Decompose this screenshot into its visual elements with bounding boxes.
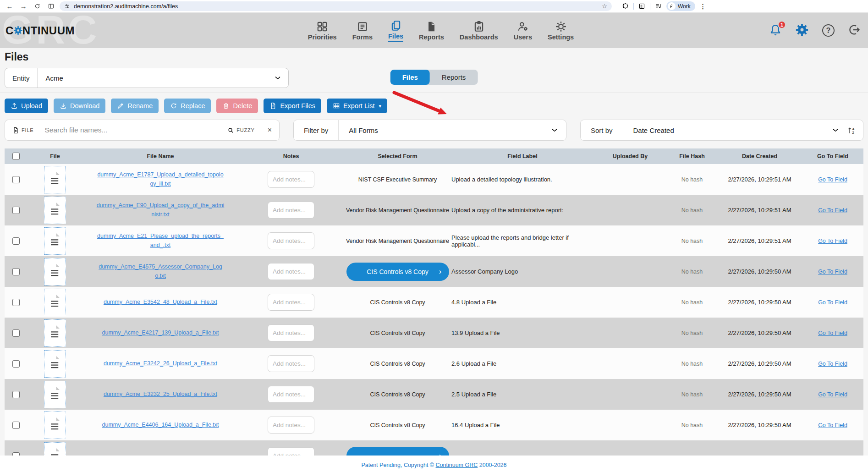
download-button[interactable]: Download <box>54 99 106 113</box>
go-to-field-link[interactable]: Go To Field <box>818 330 847 336</box>
row-checkbox[interactable] <box>12 268 20 275</box>
sort-by-select[interactable]: Sort by Date Created A Z <box>580 120 863 141</box>
notes-input[interactable] <box>268 232 314 249</box>
nav-item-dashboards[interactable]: Dashboards <box>460 21 498 42</box>
back-button[interactable]: ← <box>5 1 15 11</box>
row-checkbox[interactable] <box>12 299 20 306</box>
file-thumbnail[interactable] <box>44 442 66 456</box>
column-header-file: File <box>27 148 82 164</box>
file-thumbnail[interactable] <box>44 166 66 193</box>
file-thumbnail[interactable] <box>44 350 66 378</box>
go-to-field-link[interactable]: Go To Field <box>818 207 847 214</box>
notes-input[interactable] <box>268 202 314 219</box>
extensions-icon[interactable] <box>622 3 629 10</box>
toggle-reports-button[interactable]: Reports <box>430 70 478 85</box>
side-panel-icon[interactable] <box>46 1 56 11</box>
reload-button[interactable] <box>32 1 42 11</box>
brand-logo[interactable]: C NTINUUM <box>5 24 75 37</box>
file-name-link[interactable]: dummy_Acme_E4406_164_Upload_a_File.txt <box>88 421 232 429</box>
row-checkbox[interactable] <box>12 422 20 429</box>
nav-item-forms[interactable]: Forms <box>352 21 373 42</box>
file-thumbnail[interactable] <box>44 227 66 255</box>
selected-form-text: Vendor Risk Management Questionnaire <box>346 207 449 214</box>
tab-list-icon[interactable] <box>655 3 662 10</box>
row-checkbox[interactable] <box>12 329 20 337</box>
nav-item-settings[interactable]: Settings <box>548 21 574 42</box>
continuum-grc-link[interactable]: Continuum GRC <box>436 462 478 468</box>
toggle-files-button[interactable]: Files <box>390 70 430 85</box>
selected-form-button[interactable]: › <box>346 447 449 456</box>
file-name-link[interactable]: dummy_Acme_E3242_26_Upload_a_File.txt <box>90 359 231 368</box>
admin-settings-button[interactable] <box>795 23 809 38</box>
address-bar[interactable]: demonstration2.auditmachine.com/a/files … <box>60 1 612 11</box>
help-button[interactable]: ? <box>822 24 835 37</box>
notes-input[interactable] <box>268 263 314 280</box>
notes-input[interactable] <box>268 386 314 403</box>
column-header-uploaded-by: Uploaded By <box>593 148 667 164</box>
browser-menu-icon[interactable]: ⋮ <box>700 3 706 10</box>
file-thumbnail[interactable] <box>44 258 66 285</box>
entity-select[interactable]: Entity Acme <box>5 68 289 88</box>
document-icon <box>47 169 63 191</box>
go-to-field-link[interactable]: Go To Field <box>818 176 847 183</box>
file-thumbnail[interactable] <box>44 381 66 408</box>
file-name-link[interactable]: dummy_Acme_E3232_25_Upload_a_File.txt <box>90 390 231 399</box>
notes-input[interactable] <box>268 355 314 372</box>
go-to-field-link[interactable]: Go To Field <box>818 391 847 398</box>
nav-item-priorities[interactable]: Priorities <box>308 21 337 42</box>
nav-item-reports[interactable]: Reports <box>419 21 444 42</box>
thumbnail-cell <box>27 164 82 195</box>
logout-button[interactable] <box>848 23 861 38</box>
file-name-link[interactable]: dummy_Acme_E3542_48_Upload_a_File.txt <box>90 298 231 307</box>
site-settings-icon[interactable] <box>64 3 70 9</box>
file-thumbnail[interactable] <box>44 289 66 316</box>
file-name-link[interactable]: dummy_Acme_E90_Upload_a_copy_of_the_admi… <box>82 201 238 219</box>
upload-button[interactable]: Upload <box>5 99 48 113</box>
filter-by-select[interactable]: Filter by All Forms <box>293 120 566 141</box>
delete-button[interactable]: Delete <box>216 99 258 113</box>
file-thumbnail[interactable] <box>44 412 66 439</box>
row-checkbox[interactable] <box>12 207 20 214</box>
selected-form-button[interactable]: CIS Controls v8 Copy› <box>346 263 449 281</box>
rename-button[interactable]: Rename <box>111 99 159 113</box>
select-all-checkbox[interactable] <box>12 153 20 160</box>
row-checkbox[interactable] <box>12 452 20 456</box>
notes-input[interactable] <box>268 324 314 341</box>
clear-search-button[interactable]: × <box>268 126 272 134</box>
go-to-field-link[interactable]: Go To Field <box>818 299 847 306</box>
row-checkbox[interactable] <box>12 237 20 245</box>
search-input[interactable] <box>44 126 227 134</box>
export-list-button[interactable]: Export List ▾ <box>327 99 387 113</box>
notes-input[interactable] <box>268 447 314 456</box>
go-to-field-link[interactable]: Go To Field <box>818 238 847 244</box>
fuzzy-toggle[interactable]: FUZZY <box>236 127 254 133</box>
export-files-button[interactable]: Export Files <box>264 99 321 113</box>
file-thumbnail[interactable] <box>44 197 66 224</box>
sort-direction-button[interactable]: A Z <box>847 126 857 135</box>
go-to-field-link[interactable]: Go To Field <box>818 422 847 428</box>
file-name-link[interactable]: dummy_Acme_E21_Please_upload_the_reports… <box>82 232 238 250</box>
file-thumbnail[interactable] <box>44 319 66 347</box>
nav-item-files[interactable]: Files <box>388 20 403 42</box>
file-name-link[interactable]: dummy_Acme_E1787_Upload_a_detailed_topol… <box>82 170 238 188</box>
replace-button[interactable]: Replace <box>164 99 211 113</box>
file-name-link[interactable]: dummy_Acme_E4217_139_Upload_a_File.txt <box>88 329 232 337</box>
go-to-field-link[interactable]: Go To Field <box>818 361 847 367</box>
profile-chip[interactable]: Work <box>666 1 695 11</box>
notes-input[interactable] <box>268 294 314 311</box>
notifications-button[interactable]: 1 <box>769 23 782 38</box>
forward-button[interactable]: → <box>18 1 28 11</box>
row-checkbox[interactable] <box>12 360 20 368</box>
file-name-link[interactable]: dummy_Acme_E4575_Assessor_Company_Logo.t… <box>82 263 238 280</box>
notes-input[interactable] <box>268 171 314 188</box>
nav-item-users[interactable]: Users <box>514 21 532 42</box>
bookmark-star-icon[interactable]: ☆ <box>602 3 607 10</box>
go-to-field-link[interactable]: Go To Field <box>818 269 847 275</box>
notes-input[interactable] <box>268 417 314 434</box>
profile-label: Work <box>678 3 691 10</box>
reading-list-icon[interactable] <box>638 3 645 10</box>
row-checkbox[interactable] <box>12 176 20 183</box>
row-checkbox[interactable] <box>12 391 20 398</box>
goto-cell: Go To Field <box>802 256 863 287</box>
brand-prefix: C <box>5 24 14 37</box>
